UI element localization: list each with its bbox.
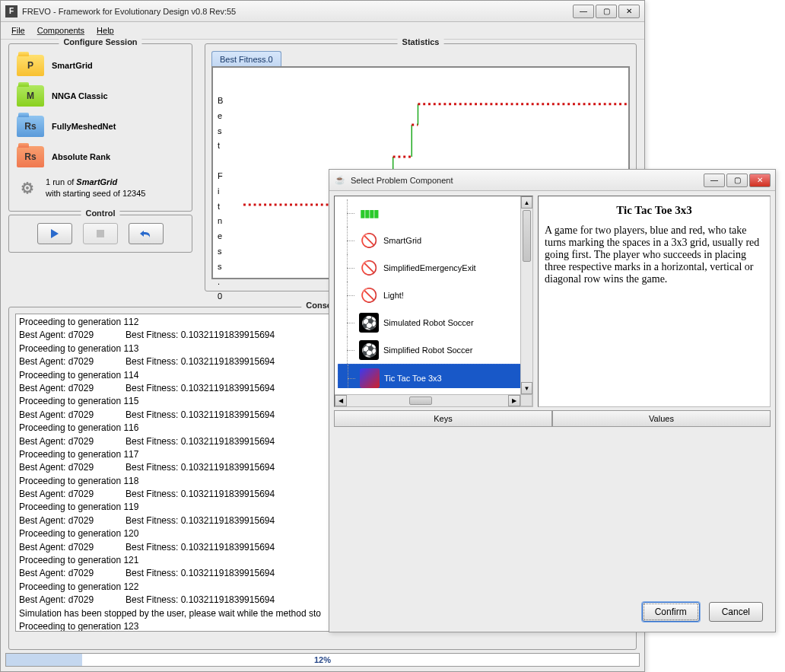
dialog-maximize-button[interactable]: ▢ (726, 174, 748, 187)
chart-ylabel: Best Fitness.0 (218, 94, 223, 304)
tree-item-simplifiedemergencyexit[interactable]: 🚫SimplifiedEmergencyExit (338, 254, 529, 282)
tree-item-label: SimplifiedEmergencyExit (383, 263, 476, 272)
dialog-close-button[interactable]: ✕ (749, 174, 771, 187)
main-title: FREVO - Framework for Evolutionary Desig… (22, 7, 573, 16)
ttt-icon (360, 368, 380, 388)
svg-marker-0 (51, 229, 59, 238)
configure-legend: Configure Session (59, 37, 141, 46)
desc-title: Tic Tac Toe 3x3 (545, 204, 764, 217)
forbid-icon: 🚫 (359, 258, 379, 278)
config-item-fullymeshednet[interactable]: RsFullyMeshedNet (15, 111, 186, 142)
scroll-thumb-v[interactable] (523, 210, 531, 262)
scroll-right-icon[interactable]: ▶ (508, 395, 520, 406)
config-item-label: Absolute Rank (52, 152, 110, 161)
folder-icon: P (17, 55, 44, 76)
progress-label: 12% (6, 654, 639, 666)
svg-rect-1 (97, 230, 104, 237)
app-icon: F (5, 5, 17, 18)
control-panel: Control (8, 215, 192, 253)
scroll-up-icon[interactable]: ▲ (521, 196, 532, 209)
tree-item-smartgrid[interactable]: 🚫SmartGrid (338, 227, 529, 254)
tree-scrollbar-h[interactable]: ◀ ▶ (335, 394, 520, 406)
undo-button[interactable] (129, 223, 164, 244)
config-item-label: FullyMeshedNet (52, 122, 116, 131)
dialog-minimize-button[interactable]: — (704, 174, 725, 187)
tree-item-label: SmartGrid (383, 236, 421, 245)
configure-session-panel: Configure Session PSmartGridMNNGA Classi… (8, 43, 192, 212)
kv-table-header: Keys Values (334, 410, 771, 427)
soccer-icon: ⚽ (359, 313, 379, 333)
kv-table-body (334, 427, 771, 596)
tree-item-label: Light! (383, 291, 404, 300)
tree-item-loading[interactable]: ▮▮▮▮ (338, 199, 529, 227)
config-item-nnga-classic[interactable]: MNNGA Classic (15, 81, 186, 111)
close-button[interactable]: ✕ (618, 5, 640, 18)
config-item-label: SmartGrid (52, 61, 93, 70)
tree-scrollbar-v[interactable]: ▲ ▼ (520, 196, 532, 394)
gear-icon: ⚙ (17, 177, 38, 199)
statistics-legend: Statistics (398, 37, 444, 46)
stop-button (83, 223, 118, 244)
menu-components[interactable]: Components (33, 24, 89, 37)
scroll-left-icon[interactable]: ◀ (335, 395, 347, 406)
tree-item-simplified-robot-soccer[interactable]: ⚽Simplified Robot Soccer (338, 336, 529, 364)
tree-item-label: Tic Tac Toe 3x3 (384, 374, 442, 383)
menu-file[interactable]: File (7, 24, 30, 37)
select-problem-dialog: ☕ Select Problem Component — ▢ ✕ ▮▮▮▮🚫Sm… (329, 169, 776, 632)
tree-item-label: Simulated Robot Soccer (383, 318, 474, 327)
control-legend: Control (81, 209, 119, 218)
scroll-down-icon[interactable]: ▼ (521, 382, 532, 394)
tree-item-tic-tac-toe-3x3[interactable]: Tic Tac Toe 3x3 (338, 364, 529, 388)
folder-icon: Rs (17, 116, 44, 137)
scroll-thumb-h[interactable] (409, 397, 432, 405)
tree-item-label: Simplified Robot Soccer (383, 346, 472, 355)
tree-item-simulated-robot-soccer[interactable]: ⚽Simulated Robot Soccer (338, 309, 529, 336)
progress-bar: 12% (5, 653, 640, 667)
tab-best-fitness[interactable]: Best Fitness.0 (211, 51, 281, 67)
soccer-icon: ⚽ (359, 340, 379, 360)
main-titlebar[interactable]: F FREVO - Framework for Evolutionary Des… (1, 1, 644, 22)
config-item-label: NNGA Classic (52, 91, 108, 100)
folder-icon: Rs (17, 146, 44, 167)
dialog-title: Select Problem Component (351, 176, 704, 185)
values-column-header[interactable]: Values (552, 410, 771, 427)
forbid-icon: 🚫 (359, 285, 379, 305)
menu-help[interactable]: Help (92, 24, 119, 37)
scroll-corner (520, 394, 532, 406)
forbid-icon: 🚫 (359, 231, 379, 250)
maximize-button[interactable]: ▢ (596, 5, 617, 18)
loading-icon: ▮▮▮▮ (359, 203, 379, 223)
config-item-smartgrid[interactable]: PSmartGrid (15, 50, 186, 81)
tree-item-light-[interactable]: 🚫Light! (338, 282, 529, 309)
cancel-button[interactable]: Cancel (709, 602, 763, 622)
component-description: Tic Tac Toe 3x3 A game for two players, … (538, 196, 771, 407)
dialog-titlebar[interactable]: ☕ Select Problem Component — ▢ ✕ (329, 170, 775, 191)
minimize-button[interactable]: — (573, 5, 594, 18)
keys-column-header[interactable]: Keys (334, 410, 552, 427)
folder-icon: M (17, 85, 44, 107)
component-tree[interactable]: ▮▮▮▮🚫SmartGrid🚫SimplifiedEmergencyExit🚫L… (334, 196, 533, 407)
run-description: ⚙ 1 run of SmartGrid with starting seed … (15, 172, 186, 205)
confirm-button[interactable]: Confirm (642, 602, 700, 622)
config-item-absolute-rank[interactable]: RsAbsolute Rank (15, 142, 186, 172)
desc-body: A game for two players, blue and red, wh… (545, 225, 764, 285)
java-icon: ☕ (334, 174, 346, 186)
play-button[interactable] (37, 223, 72, 244)
